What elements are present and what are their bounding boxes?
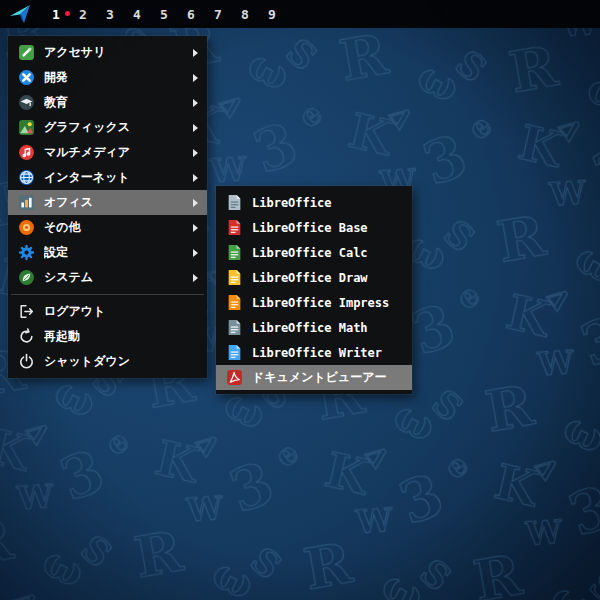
submenu-item-label: LibreOffice Writer — [252, 346, 403, 360]
menu-item-label: 開発 — [44, 69, 184, 86]
menu-separator — [11, 294, 204, 295]
workspace-5[interactable]: 5 — [160, 7, 168, 22]
submenu-arrow-icon — [193, 99, 198, 107]
menu-item-label: マルチメディア — [44, 144, 184, 161]
submenu-item-libreoffice-draw[interactable]: LibreOffice Draw — [216, 265, 412, 290]
menu-item-accessories[interactable]: アクセサリ — [8, 40, 207, 65]
submenu-item-libreoffice-math[interactable]: LibreOffice Math — [216, 315, 412, 340]
menu-item-label: シャットダウン — [44, 353, 198, 370]
submenu-arrow-icon — [193, 49, 198, 57]
launcher-logo-icon[interactable] — [8, 2, 32, 26]
internet-icon — [18, 169, 35, 186]
menu-item-system[interactable]: システム — [8, 265, 207, 290]
menu-item-label: 設定 — [44, 244, 184, 261]
settings-icon — [18, 244, 35, 261]
menu-item-development[interactable]: 開発 — [8, 65, 207, 90]
menu-item-label: 再起動 — [44, 328, 198, 345]
menu-item-graphics[interactable]: グラフィックス — [8, 115, 207, 140]
submenu-arrow-icon — [193, 199, 198, 207]
submenu-item-libreoffice-calc[interactable]: LibreOffice Calc — [216, 240, 412, 265]
libreoffice-impress-icon — [226, 294, 243, 311]
menu-item-settings[interactable]: 設定 — [8, 240, 207, 265]
submenu-item-document-viewer[interactable]: ドキュメントビューアー — [216, 365, 412, 390]
app-menu: アクセサリ 開発 教育 グラフィックス — [8, 36, 207, 378]
shutdown-icon — [18, 353, 35, 370]
workspace-9[interactable]: 9 — [268, 7, 276, 22]
menu-item-label: グラフィックス — [44, 119, 184, 136]
submenu-item-libreoffice-base[interactable]: LibreOffice Base — [216, 215, 412, 240]
submenu-item-label: LibreOffice Draw — [252, 271, 403, 285]
submenu-arrow-icon — [193, 124, 198, 132]
menu-item-office[interactable]: オフィス — [8, 190, 207, 215]
menu-item-label: システム — [44, 269, 184, 286]
system-icon — [18, 269, 35, 286]
menu-item-internet[interactable]: インターネット — [8, 165, 207, 190]
submenu-item-label: LibreOffice Impress — [252, 296, 403, 310]
workspace-4[interactable]: 4 — [133, 7, 141, 22]
office-icon — [18, 194, 35, 211]
workspace-6[interactable]: 6 — [187, 7, 195, 22]
workspace-1[interactable]: 1 — [52, 7, 60, 22]
desktop: R ω K 3 S W Δ e 1 — [0, 0, 600, 600]
workspace-3[interactable]: 3 — [106, 7, 114, 22]
submenu-item-label: LibreOffice Math — [252, 321, 403, 335]
other-icon — [18, 219, 35, 236]
submenu-arrow-icon — [193, 74, 198, 82]
menu-item-education[interactable]: 教育 — [8, 90, 207, 115]
menu-item-reboot[interactable]: 再起動 — [8, 324, 207, 349]
active-workspace-indicator — [65, 11, 70, 16]
logout-icon — [18, 303, 35, 320]
libreoffice-base-icon — [226, 219, 243, 236]
menu-item-label: アクセサリ — [44, 44, 184, 61]
submenu-item-libreoffice-writer[interactable]: LibreOffice Writer — [216, 340, 412, 365]
menu-item-shutdown[interactable]: シャットダウン — [8, 349, 207, 374]
multimedia-icon — [18, 144, 35, 161]
menu-item-multimedia[interactable]: マルチメディア — [8, 140, 207, 165]
top-bar: 1 2 3 4 5 6 7 8 9 — [0, 0, 600, 28]
reboot-icon — [18, 328, 35, 345]
submenu-item-label: LibreOffice Base — [252, 221, 403, 235]
document-viewer-icon — [226, 369, 243, 386]
submenu-arrow-icon — [193, 174, 198, 182]
submenu-item-libreoffice[interactable]: LibreOffice — [216, 190, 412, 215]
submenu-item-label: ドキュメントビューアー — [252, 369, 403, 386]
menu-item-label: 教育 — [44, 94, 184, 111]
office-submenu: LibreOffice LibreOffice Base LibreOffice… — [216, 186, 412, 394]
libreoffice-writer-icon — [226, 344, 243, 361]
submenu-arrow-icon — [193, 149, 198, 157]
submenu-arrow-icon — [193, 249, 198, 257]
libreoffice-math-icon — [226, 319, 243, 336]
graphics-icon — [18, 119, 35, 136]
accessories-icon — [18, 44, 35, 61]
submenu-item-label: LibreOffice Calc — [252, 246, 403, 260]
workspace-2[interactable]: 2 — [79, 7, 87, 22]
workspace-8[interactable]: 8 — [241, 7, 249, 22]
menu-item-other[interactable]: その他 — [8, 215, 207, 240]
workspace-switcher: 1 2 3 4 5 6 7 8 9 — [52, 0, 276, 28]
submenu-item-libreoffice-impress[interactable]: LibreOffice Impress — [216, 290, 412, 315]
development-icon — [18, 69, 35, 86]
menu-item-label: オフィス — [44, 194, 184, 211]
workspace-7[interactable]: 7 — [214, 7, 222, 22]
menu-item-label: その他 — [44, 219, 184, 236]
education-icon — [18, 94, 35, 111]
submenu-arrow-icon — [193, 224, 198, 232]
submenu-arrow-icon — [193, 274, 198, 282]
menu-item-label: ログアウト — [44, 303, 198, 320]
libreoffice-icon — [226, 194, 243, 211]
submenu-item-label: LibreOffice — [252, 196, 403, 210]
libreoffice-calc-icon — [226, 244, 243, 261]
menu-item-logout[interactable]: ログアウト — [8, 299, 207, 324]
menu-item-label: インターネット — [44, 169, 184, 186]
libreoffice-draw-icon — [226, 269, 243, 286]
